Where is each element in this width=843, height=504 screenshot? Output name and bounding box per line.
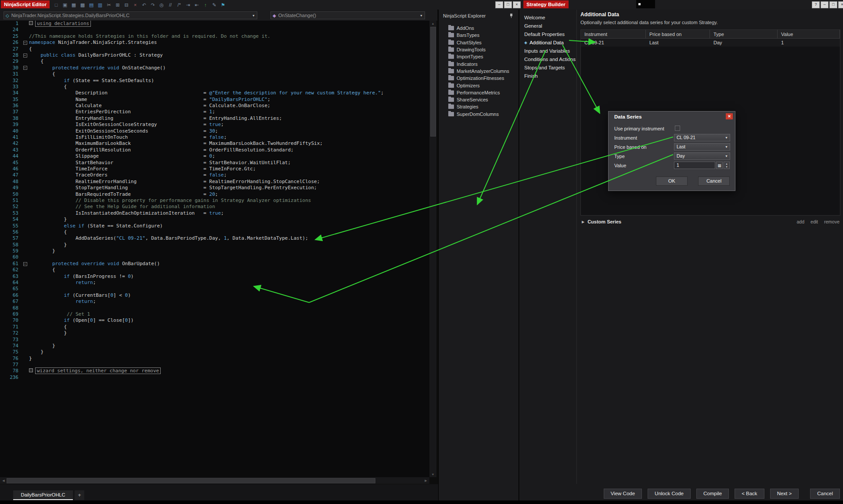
code-editor[interactable]: 1using declarations2425//This namespace … (0, 21, 429, 477)
price-based-on-select[interactable]: Last▼ (674, 143, 730, 151)
code-line[interactable]: 27{ (0, 46, 429, 52)
comment-icon[interactable]: // (167, 1, 174, 8)
code-line[interactable]: 40 ExitOnSessionCloseSeconds = 30; (0, 128, 429, 134)
edit-icon[interactable]: ✎ (211, 1, 218, 8)
add-link[interactable]: add (797, 219, 805, 224)
code-line[interactable]: 56 { (0, 229, 429, 235)
back-button[interactable]: < Back (735, 489, 764, 499)
spinner-arrows[interactable]: ▲▼ (724, 162, 730, 169)
paste-icon[interactable]: ⊟ (123, 1, 130, 8)
type-select[interactable]: Day▼ (674, 152, 730, 160)
member-navigation-dropdown[interactable]: ◆ OnStateChange() ▼ (270, 11, 425, 19)
open-icon[interactable]: ▣ (61, 1, 68, 8)
vertical-scrollbar-thumb[interactable] (430, 27, 436, 137)
next-button[interactable]: Next > (770, 489, 799, 499)
code-line[interactable]: 33 { (0, 84, 429, 90)
code-line[interactable]: 34 Description = @"Enter the description… (0, 90, 429, 96)
column-header[interactable]: Price based on (646, 30, 710, 39)
save-icon[interactable]: ▦ (70, 1, 77, 8)
copy-icon[interactable]: ⊞ (114, 1, 121, 8)
code-line[interactable]: 44 Slippage = 0; (0, 153, 429, 159)
remove-link[interactable]: remove (824, 219, 839, 224)
explorer-folder-importtypes[interactable]: ImportTypes (439, 53, 519, 60)
builder-nav-additional-data[interactable]: ◈Additional Data (519, 38, 576, 47)
code-line[interactable]: 62 { (0, 267, 429, 273)
dialog-cancel-button[interactable]: Cancel (698, 176, 730, 186)
code-line[interactable]: 236 (0, 374, 429, 381)
code-line[interactable]: 50 BarsRequiredToTrade = 20; (0, 191, 429, 198)
help-button[interactable]: ? (812, 1, 820, 8)
builder-nav-default-properties[interactable]: Default Properties (519, 30, 576, 38)
explorer-folder-barstypes[interactable]: BarsTypes (439, 32, 519, 39)
type-navigation-dropdown[interactable]: ◇ NinjaTrader.NinjaScript.Strategies.Dai… (4, 11, 257, 19)
code-line[interactable]: 45 StartBehavior = StartBehavior.WaitUnt… (0, 160, 429, 166)
code-line[interactable]: 64 return; (0, 280, 429, 286)
fold-toggle-icon[interactable]: − (23, 66, 27, 70)
spin-up-icon[interactable]: ▲ (725, 162, 728, 165)
code-line[interactable]: 24 (0, 27, 429, 33)
explorer-folder-addons[interactable]: AddOns (439, 25, 519, 32)
explorer-folder-shareservices[interactable]: ShareServices (439, 96, 519, 103)
code-line[interactable]: 65 (0, 286, 429, 292)
explorer-folder-strategies[interactable]: Strategies (439, 103, 519, 110)
print-preview-icon[interactable]: ▥ (97, 1, 104, 8)
scroll-right-icon[interactable]: ▶ (422, 478, 429, 483)
cut-icon[interactable]: ✂ (105, 1, 112, 8)
explorer-folder-performancemetrics[interactable]: PerformanceMetrics (439, 89, 519, 96)
print-icon[interactable]: ▤ (88, 1, 95, 8)
code-line[interactable]: 57 AddDataSeries("CL 09-21", Data.BarsPe… (0, 235, 429, 241)
builder-nav-finish[interactable]: Finish (519, 72, 576, 80)
code-line[interactable]: 70 if (Open[0] == Close[0]) (0, 317, 429, 324)
code-line[interactable]: 25//This namespace holds Strategies in t… (0, 33, 429, 40)
spin-down-icon[interactable]: ▼ (725, 166, 728, 168)
dialog-close-button[interactable]: ✕ (726, 113, 733, 119)
code-line[interactable]: 36 Calculate = Calculate.OnBarClose; (0, 103, 429, 109)
code-line[interactable]: 52 // See the Help Guide for additional … (0, 204, 429, 210)
save-all-icon[interactable]: ▩ (79, 1, 86, 8)
explorer-folder-indicators[interactable]: Indicators (439, 60, 519, 67)
code-line[interactable]: 30− protected override void OnStateChang… (0, 65, 429, 71)
code-line[interactable]: 26−namespace NinjaTrader.NinjaScript.Str… (0, 40, 429, 46)
code-line[interactable]: 38 EntryHandling = EntryHandling.AllEntr… (0, 115, 429, 122)
code-line[interactable]: 54 } (0, 216, 429, 223)
code-line[interactable]: 53 IsInstantiatedOnEachOptimizationItera… (0, 210, 429, 216)
code-line[interactable]: 71 { (0, 324, 429, 330)
code-line[interactable]: 61− protected override void OnBarUpdate(… (0, 261, 429, 267)
code-line[interactable]: 63 if (BarsInProgress != 0) (0, 274, 429, 280)
code-line[interactable]: 48 RealtimeErrorHandling = RealtimeError… (0, 179, 429, 185)
pin-icon[interactable] (509, 14, 513, 18)
use-primary-instrument-checkbox[interactable] (675, 126, 680, 131)
find-icon[interactable]: ◎ (158, 1, 165, 8)
code-line[interactable]: 32 if (State == State.SetDefaults) (0, 78, 429, 84)
vertical-scrollbar[interactable]: ▲ ▼ (429, 21, 436, 477)
code-line[interactable]: 51 // Disable this property for performa… (0, 198, 429, 204)
fold-toggle-icon[interactable]: − (23, 41, 27, 45)
outdent-icon[interactable]: ⇤ (193, 1, 200, 8)
explorer-folder-optimizationfitnesses[interactable]: OptimizationFitnesses (439, 75, 519, 82)
code-line[interactable]: 66 if (CurrentBars[0] < 0) (0, 292, 429, 299)
code-line[interactable]: 28− public class DailyBarsPriorOHLC : St… (0, 52, 429, 58)
undo-icon[interactable]: ↶ (140, 1, 148, 8)
unlock-code-button[interactable]: Unlock Code (648, 489, 691, 499)
builder-nav-general[interactable]: General (519, 22, 576, 30)
view-code-button[interactable]: View Code (604, 489, 642, 499)
code-line[interactable]: 43 OrderFillResolution = OrderFillResolu… (0, 147, 429, 153)
explorer-folder-drawingtools[interactable]: DrawingTools (439, 46, 519, 53)
code-line[interactable]: 39 IsExitOnSessionCloseStrategy = true; (0, 122, 429, 128)
code-line[interactable]: 1using declarations (0, 21, 429, 27)
instrument-select[interactable]: CL 09-21▼ (674, 134, 730, 141)
new-script-icon[interactable]: □ (53, 1, 60, 8)
builder-nav-welcome[interactable]: Welcome (519, 13, 576, 22)
upload-icon[interactable]: ↑ (202, 1, 209, 8)
edit-link[interactable]: edit (811, 219, 818, 224)
calculator-icon[interactable]: ▦ (716, 162, 723, 169)
code-line[interactable]: 47 TraceOrders = false; (0, 172, 429, 178)
code-line[interactable]: 75 } (0, 349, 429, 355)
code-line[interactable]: 68 (0, 305, 429, 311)
dialog-ok-button[interactable]: OK (656, 176, 688, 186)
tab-dailybarspriorohlc[interactable]: DailyBarsPriorOHLC (13, 490, 73, 500)
close-button[interactable]: × (838, 1, 843, 8)
expand-arrow-icon[interactable]: ▶ (582, 220, 584, 224)
code-line[interactable]: 58 } (0, 242, 429, 248)
explorer-folder-superdomcolumns[interactable]: SuperDomColumns (439, 111, 519, 118)
